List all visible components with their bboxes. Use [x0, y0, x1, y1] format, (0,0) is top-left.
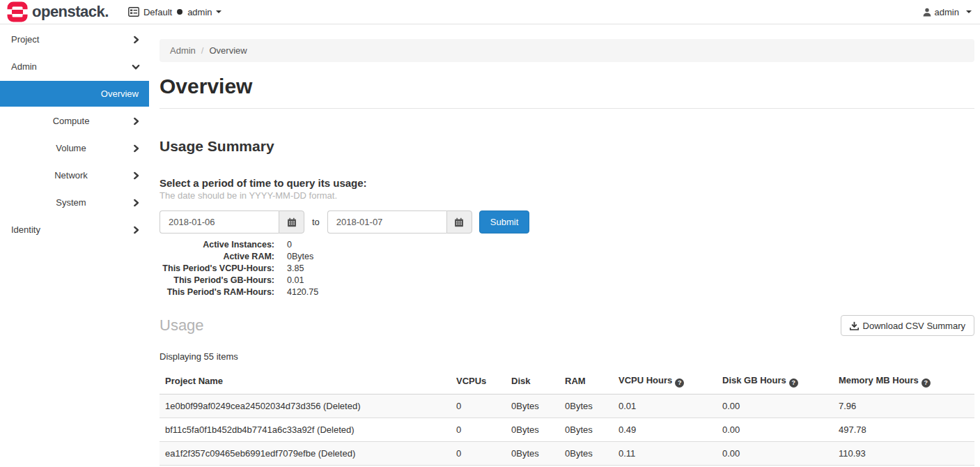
project-bullet-icon	[177, 9, 182, 15]
stat-ram-hours: This Period's RAM-Hours: 4120.75	[160, 286, 974, 298]
cell-project-name: 1e0b0f99af0249cea24502034d73d356 (Delete…	[160, 394, 451, 418]
cell-project-name: ea1f2f357c09465eb6991edf7079efbe (Delete…	[160, 441, 451, 465]
chevron-down-icon	[132, 63, 140, 70]
breadcrumb-admin[interactable]: Admin	[170, 45, 196, 56]
main-content: Admin / Overview Overview Usage Summary …	[149, 24, 980, 466]
download-icon	[850, 321, 859, 330]
submit-button[interactable]: Submit	[479, 210, 529, 234]
usage-heading: Usage	[160, 316, 204, 335]
title-divider	[160, 108, 974, 109]
date-to-calendar-addon[interactable]	[446, 210, 472, 234]
items-count: Displaying 55 items	[160, 351, 974, 362]
calendar-icon	[287, 217, 297, 227]
col-project-name[interactable]: Project Name	[160, 369, 451, 394]
date-from-calendar-addon[interactable]	[279, 210, 304, 234]
date-to-input[interactable]	[327, 210, 446, 234]
domain-project-switcher[interactable]: Default admin	[128, 7, 221, 17]
chevron-right-icon	[132, 199, 140, 206]
sidebar-item-overview[interactable]: Overview	[0, 81, 149, 107]
col-memory-mb-hours[interactable]: Memory MB Hours?	[833, 369, 974, 394]
stat-active-ram: Active RAM: 0Bytes	[160, 251, 974, 263]
help-icon[interactable]: ?	[789, 378, 798, 388]
chevron-right-icon	[132, 144, 140, 152]
sidebar-item-project[interactable]: Project	[0, 26, 149, 53]
sidebar-item-compute[interactable]: Compute	[0, 107, 149, 135]
chevron-right-icon	[132, 117, 140, 125]
stat-vcpu-hours: This Period's VCPU-Hours: 3.85	[160, 263, 974, 275]
period-form-label: Select a period of time to query its usa…	[160, 177, 974, 189]
usage-summary-stats: Active Instances: 0 Active RAM: 0Bytes T…	[160, 239, 974, 298]
openstack-logo-icon	[7, 1, 28, 22]
download-csv-button[interactable]: Download CSV Summary	[841, 315, 974, 336]
domain-label: Default	[143, 7, 172, 17]
date-to-group	[327, 210, 472, 234]
breadcrumb-separator: /	[201, 45, 204, 56]
date-from-input[interactable]	[160, 210, 279, 234]
caret-down-icon	[966, 10, 972, 13]
sidebar-item-volume[interactable]: Volume	[0, 135, 149, 162]
caret-down-icon	[216, 10, 221, 13]
table-row: 1e0b0f99af0249cea24502034d73d356 (Delete…	[160, 394, 974, 418]
col-disk-gb-hours[interactable]: Disk GB Hours?	[717, 369, 833, 394]
calendar-icon	[454, 217, 464, 227]
app-root: openstack. Default admin	[0, 0, 980, 466]
stat-active-instances: Active Instances: 0	[160, 239, 974, 251]
sidebar: Project Admin Overview Compute	[0, 24, 149, 243]
col-vcpus[interactable]: VCPUs	[451, 369, 506, 394]
to-label: to	[312, 217, 320, 227]
user-icon	[923, 8, 931, 17]
date-range-form: to	[160, 210, 974, 234]
page-title: Overview	[160, 73, 974, 100]
date-from-group	[160, 210, 304, 234]
table-row: bf11c5fa0f1b452db4b7741a6c33a92f (Delete…	[160, 418, 974, 441]
usage-table-header: Usage Download CSV Summary	[160, 315, 974, 336]
help-icon[interactable]: ?	[675, 378, 684, 388]
sidebar-item-admin[interactable]: Admin	[0, 53, 149, 80]
chevron-right-icon	[132, 36, 140, 43]
user-name-label: admin	[935, 7, 959, 17]
user-menu[interactable]: admin	[923, 7, 972, 17]
list-alt-icon	[128, 7, 139, 17]
project-label: admin	[187, 7, 212, 17]
chevron-right-icon	[132, 171, 140, 179]
stat-gb-hours: This Period's GB-Hours: 0.01	[160, 275, 974, 286]
breadcrumb-overview: Overview	[209, 45, 247, 56]
col-vcpu-hours[interactable]: VCPU Hours?	[613, 369, 717, 394]
breadcrumb: Admin / Overview	[160, 39, 974, 62]
usage-table: Project Name VCPUs Disk RAM VCPU Hours? …	[160, 369, 974, 466]
brand-wordmark: openstack.	[32, 4, 109, 20]
openstack-brand[interactable]: openstack.	[7, 1, 109, 22]
period-form-help: The date should be in YYYY-MM-DD format.	[160, 190, 974, 201]
help-icon[interactable]: ?	[921, 378, 931, 388]
col-ram[interactable]: RAM	[559, 369, 613, 394]
sidebar-item-system[interactable]: System	[0, 189, 149, 216]
usage-summary-heading: Usage Summary	[160, 138, 974, 155]
top-navbar: openstack. Default admin	[0, 0, 980, 24]
chevron-right-icon	[132, 226, 140, 234]
col-disk[interactable]: Disk	[506, 369, 559, 394]
sidebar-item-identity[interactable]: Identity	[0, 216, 149, 243]
table-header-row: Project Name VCPUs Disk RAM VCPU Hours? …	[160, 369, 974, 394]
table-row: ea1f2f357c09465eb6991edf7079efbe (Delete…	[160, 441, 974, 465]
cell-project-name: bf11c5fa0f1b452db4b7741a6c33a92f (Delete…	[160, 418, 451, 441]
sidebar-item-network[interactable]: Network	[0, 162, 149, 189]
